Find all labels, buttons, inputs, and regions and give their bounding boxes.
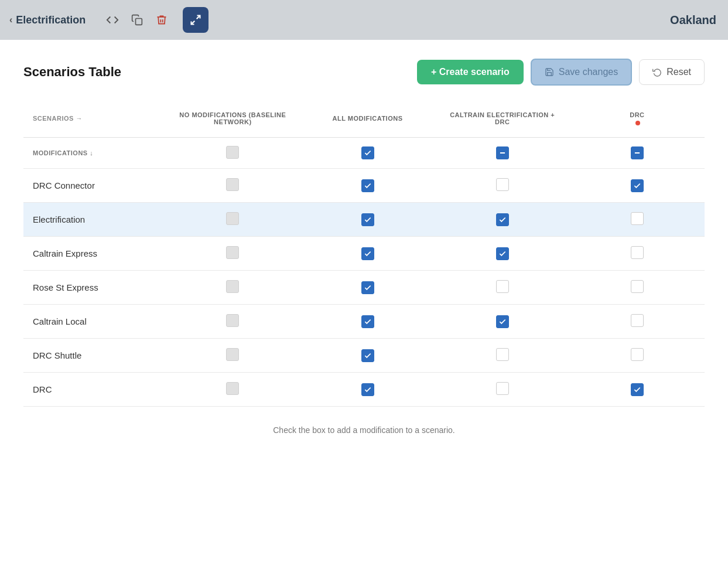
checkbox-indeterminate[interactable] (631, 146, 644, 159)
row-6-checkbox-4[interactable] (570, 339, 705, 373)
checkbox-disabled[interactable] (226, 212, 239, 225)
table-row: DRC Connector (23, 169, 705, 203)
section-checkbox-2[interactable] (300, 138, 435, 169)
back-button[interactable]: ‹ Electrification (9, 14, 86, 26)
checkbox-unchecked[interactable] (496, 382, 509, 395)
table-row: Caltrain Express (23, 237, 705, 271)
row-5-checkbox-2[interactable] (300, 305, 435, 339)
scenarios-table: SCENARIOS → NO MODIFICATIONS (BASELINE N… (23, 104, 705, 407)
row-5-checkbox-4[interactable] (570, 305, 705, 339)
back-arrow-icon: ‹ (9, 15, 12, 25)
row-3-checkbox-1[interactable] (165, 237, 300, 271)
checkbox-checked[interactable] (361, 315, 374, 328)
copy-icon[interactable] (129, 12, 145, 28)
table-row: Caltrain Local (23, 305, 705, 339)
row-label: Caltrain Local (23, 305, 165, 339)
row-1-checkbox-4[interactable] (570, 169, 705, 203)
row-7-checkbox-3[interactable] (435, 373, 570, 407)
row-7-checkbox-4[interactable] (570, 373, 705, 407)
row-label: Electrification (23, 203, 165, 237)
checkbox-checked[interactable] (361, 146, 374, 159)
checkbox-indeterminate-off[interactable] (226, 146, 239, 159)
checkbox-unchecked[interactable] (496, 178, 509, 191)
row-6-checkbox-1[interactable] (165, 339, 300, 373)
section-checkbox-4[interactable] (570, 138, 705, 169)
checkbox-unchecked[interactable] (496, 348, 509, 361)
row-1-checkbox-1[interactable] (165, 169, 300, 203)
toolbar: Scenarios Table + Create scenario Save c… (23, 59, 705, 86)
checkbox-disabled[interactable] (226, 314, 239, 327)
checkbox-disabled[interactable] (226, 280, 239, 293)
row-label: DRC Connector (23, 169, 165, 203)
table-row: Rose St Express (23, 271, 705, 305)
row-2-checkbox-3[interactable] (435, 203, 570, 237)
checkbox-unchecked[interactable] (631, 246, 644, 259)
checkbox-disabled[interactable] (226, 348, 239, 361)
row-4-checkbox-3[interactable] (435, 271, 570, 305)
checkbox-disabled[interactable] (226, 382, 239, 395)
checkbox-unchecked[interactable] (631, 314, 644, 327)
checkbox-checked[interactable] (496, 247, 509, 260)
top-bar-icons (104, 7, 209, 33)
footer-note: Check the box to add a modification to a… (23, 425, 705, 435)
row-label: DRC Shuttle (23, 339, 165, 373)
row-3-checkbox-4[interactable] (570, 237, 705, 271)
col-header-scenarios: SCENARIOS → (23, 104, 165, 138)
checkbox-unchecked[interactable] (631, 212, 644, 225)
checkbox-checked[interactable] (496, 315, 509, 328)
create-scenario-button[interactable]: + Create scenario (417, 60, 524, 84)
checkbox-checked[interactable] (361, 179, 374, 192)
row-1-checkbox-2[interactable] (300, 169, 435, 203)
row-4-checkbox-2[interactable] (300, 271, 435, 305)
red-dot-indicator (635, 121, 640, 125)
section-checkbox-1[interactable] (165, 138, 300, 169)
checkbox-checked[interactable] (361, 213, 374, 226)
row-5-checkbox-1[interactable] (165, 305, 300, 339)
row-label: Rose St Express (23, 271, 165, 305)
page-title: Scenarios Table (23, 64, 121, 80)
checkbox-unchecked[interactable] (496, 280, 509, 293)
svg-rect-0 (136, 19, 142, 25)
row-6-checkbox-3[interactable] (435, 339, 570, 373)
row-label: Caltrain Express (23, 237, 165, 271)
row-2-checkbox-2[interactable] (300, 203, 435, 237)
row-3-checkbox-2[interactable] (300, 237, 435, 271)
code-icon[interactable] (104, 12, 121, 28)
checkbox-checked[interactable] (496, 213, 509, 226)
reset-label: Reset (667, 67, 691, 77)
table-row: DRC Shuttle (23, 339, 705, 373)
row-7-checkbox-2[interactable] (300, 373, 435, 407)
checkbox-checked[interactable] (361, 383, 374, 396)
row-5-checkbox-3[interactable] (435, 305, 570, 339)
row-2-checkbox-1[interactable] (165, 203, 300, 237)
back-title: Electrification (16, 14, 86, 26)
modifications-label: MODIFICATIONS ↓ (23, 138, 165, 169)
save-changes-button[interactable]: Save changes (531, 59, 632, 86)
checkbox-checked[interactable] (361, 281, 374, 294)
row-1-checkbox-3[interactable] (435, 169, 570, 203)
checkbox-disabled[interactable] (226, 246, 239, 259)
top-bar: ‹ Electrification (0, 0, 728, 40)
row-4-checkbox-1[interactable] (165, 271, 300, 305)
checkbox-checked[interactable] (361, 349, 374, 362)
trash-icon[interactable] (153, 12, 170, 28)
checkbox-disabled[interactable] (226, 178, 239, 191)
main-content: Scenarios Table + Create scenario Save c… (0, 40, 728, 576)
save-icon (545, 67, 554, 77)
checkbox-checked[interactable] (631, 383, 644, 396)
checkbox-unchecked[interactable] (631, 348, 644, 361)
checkbox-unchecked[interactable] (631, 280, 644, 293)
checkbox-indeterminate[interactable] (496, 146, 509, 159)
checkbox-checked[interactable] (631, 179, 644, 192)
row-7-checkbox-1[interactable] (165, 373, 300, 407)
checkbox-checked[interactable] (361, 247, 374, 260)
expand-button[interactable] (183, 7, 209, 33)
section-checkbox-3[interactable] (435, 138, 570, 169)
row-3-checkbox-3[interactable] (435, 237, 570, 271)
row-4-checkbox-4[interactable] (570, 271, 705, 305)
row-2-checkbox-4[interactable] (570, 203, 705, 237)
col-header-2: ALL MODIFICATIONS (300, 104, 435, 138)
table-row: DRC (23, 373, 705, 407)
reset-button[interactable]: Reset (639, 59, 705, 85)
row-6-checkbox-2[interactable] (300, 339, 435, 373)
